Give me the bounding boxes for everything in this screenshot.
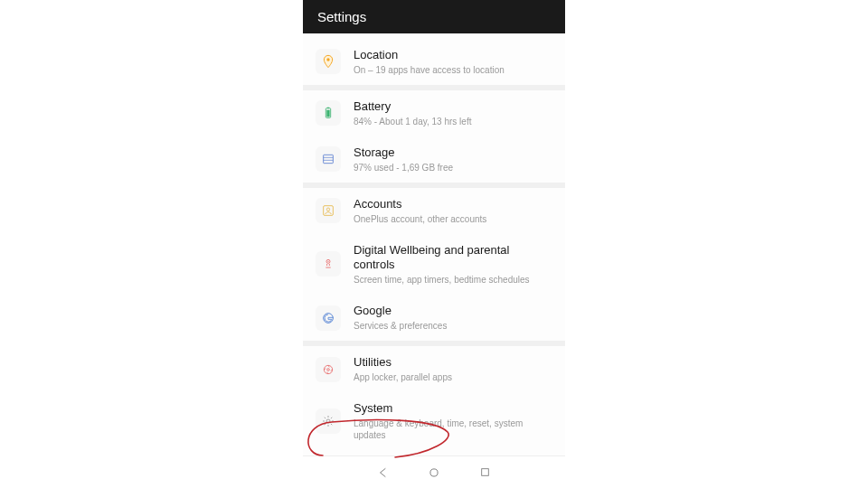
item-title: Location — [354, 48, 552, 63]
home-button[interactable] — [428, 466, 440, 479]
settings-item-accounts[interactable]: Accounts OnePlus account, other accounts — [303, 188, 565, 234]
back-button[interactable] — [377, 466, 390, 479]
item-subtitle: 97% used - 1,69 GB free — [354, 162, 552, 174]
recent-apps-button[interactable] — [478, 466, 491, 479]
item-title: Storage — [354, 145, 552, 161]
item-subtitle: 84% - About 1 day, 13 hrs left — [354, 116, 552, 127]
settings-item-utilities[interactable]: Utilities App locker, parallel apps — [303, 346, 565, 392]
svg-point-14 — [326, 419, 330, 423]
item-title: Battery — [354, 99, 552, 115]
navigation-bar — [303, 455, 565, 488]
item-subtitle: App locker, parallel apps — [354, 371, 552, 383]
svg-rect-3 — [326, 110, 329, 117]
svg-rect-19 — [481, 469, 488, 476]
svg-point-10 — [327, 261, 328, 262]
settings-item-wellbeing[interactable]: Digital Wellbeing and parental controls … — [303, 234, 565, 296]
header-title: Settings — [317, 9, 366, 24]
settings-item-system[interactable]: System Language & keyboard, time, reset,… — [303, 392, 565, 450]
svg-point-18 — [430, 468, 438, 475]
svg-point-13 — [327, 368, 330, 371]
svg-rect-2 — [327, 108, 330, 108]
item-title: Utilities — [354, 355, 552, 371]
item-subtitle: Services & preferences — [354, 320, 552, 332]
svg-point-8 — [326, 208, 329, 211]
settings-item-google[interactable]: Google Services & preferences — [303, 295, 565, 341]
accounts-icon — [316, 198, 341, 223]
item-subtitle: OnePlus account, other accounts — [354, 213, 552, 225]
settings-list[interactable]: Location On – 19 apps have access to loc… — [303, 33, 565, 455]
wellbeing-icon — [316, 251, 341, 277]
item-title: Accounts — [354, 197, 552, 212]
item-title: System — [354, 401, 552, 417]
system-icon — [316, 408, 341, 434]
utilities-icon — [316, 357, 341, 382]
storage-icon — [316, 146, 341, 172]
battery-icon — [316, 100, 341, 126]
item-subtitle: Screen time, app timers, bedtime schedul… — [354, 274, 552, 286]
google-icon — [316, 305, 341, 331]
item-title: Google — [354, 304, 552, 319]
settings-screen: Settings Location On – 19 apps have acce… — [303, 0, 565, 488]
location-icon — [316, 49, 341, 74]
app-header: Settings — [303, 0, 565, 33]
item-subtitle: On – 19 apps have access to location — [354, 64, 552, 76]
item-title: Digital Wellbeing and parental controls — [354, 243, 552, 274]
settings-item-storage[interactable]: Storage 97% used - 1,69 GB free — [303, 136, 565, 183]
settings-item-location[interactable]: Location On – 19 apps have access to loc… — [303, 39, 565, 85]
svg-point-0 — [326, 59, 329, 61]
settings-item-battery[interactable]: Battery 84% - About 1 day, 13 hrs left — [303, 90, 565, 136]
svg-point-12 — [324, 365, 332, 373]
item-subtitle: Language & keyboard, time, reset, system… — [354, 418, 552, 441]
svg-rect-4 — [324, 155, 334, 164]
